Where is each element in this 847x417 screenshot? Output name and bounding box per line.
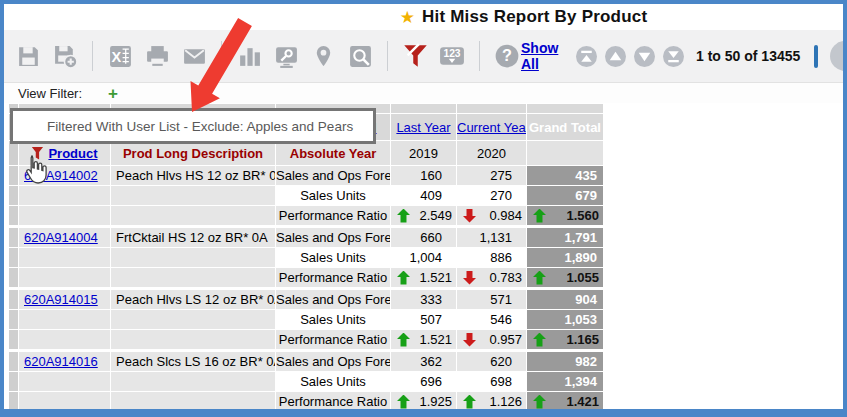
- ratio-grand-total: 1.165: [566, 332, 599, 347]
- nav-next-button[interactable]: [634, 46, 655, 67]
- metric-label: Sales Units: [276, 372, 391, 392]
- export-excel-icon[interactable]: X: [106, 42, 134, 70]
- grand-total-header: Grand Total: [527, 114, 604, 141]
- ratio-grand-total: 1.560: [566, 208, 599, 223]
- value-2019: 507: [391, 310, 457, 330]
- filter-funnel-icon[interactable]: [31, 147, 43, 160]
- metric-label: Sales and Ops Forecast: [276, 228, 391, 248]
- metric-label: Sales Units: [276, 248, 391, 268]
- number-format-icon[interactable]: 123: [438, 42, 466, 70]
- absolute-year-header: Absolute Year: [276, 141, 391, 166]
- grand-total-cell: 904: [527, 290, 604, 310]
- toolbar-separator: [92, 41, 93, 71]
- favorite-star-icon[interactable]: ★: [400, 9, 415, 26]
- value-2019: 696: [391, 372, 457, 392]
- metric-label: Sales Units: [276, 186, 391, 206]
- metric-label: Sales and Ops Forecast: [276, 290, 391, 310]
- table-row-forecast: 620A914016 Peach Slcs LS 16 oz BR* 0A Sa…: [9, 352, 604, 372]
- ratio-2020: 0.783: [489, 270, 522, 285]
- toolbar: X 1: [4, 30, 843, 83]
- trend-arrow-icon: [463, 271, 476, 285]
- toolbar-separator: [221, 41, 222, 71]
- ratio-2020: 0.984: [489, 208, 522, 223]
- clipped-nav-button[interactable]: [830, 41, 847, 71]
- help-icon[interactable]: ?: [493, 42, 521, 70]
- page-title: Hit Miss Report By Product: [422, 7, 647, 27]
- grand-total-cell: 435: [527, 166, 604, 186]
- grand-total-cell: 1,053: [527, 310, 604, 330]
- value-2020: 1,131: [457, 228, 527, 248]
- trend-arrow-icon: [397, 395, 410, 409]
- product-description: Peach Hlvs LS 12 oz BR* 0A: [111, 290, 276, 310]
- pane-splitter[interactable]: [814, 45, 817, 68]
- metric-label: Sales Units: [276, 310, 391, 330]
- year-2020-header: 2020: [457, 141, 527, 166]
- table-row-forecast: 620A914002 Peach Hlvs HS 12 oz BR* 0A Sa…: [9, 166, 604, 186]
- title-bar: ★ Hit Miss Report By Product: [4, 4, 843, 30]
- last-year-header-link[interactable]: Last Year: [396, 120, 450, 135]
- product-link[interactable]: 620A914004: [24, 230, 98, 245]
- svg-text:?: ?: [502, 46, 512, 64]
- product-link[interactable]: 620A914002: [24, 168, 98, 183]
- trend-arrow-icon: [463, 395, 476, 409]
- ratio-2020: 0.957: [489, 332, 522, 347]
- ratio-2019: 1.521: [419, 332, 452, 347]
- trend-arrow-icon: [533, 395, 546, 409]
- product-link[interactable]: 620A914016: [24, 354, 98, 369]
- year-2019-header: 2019: [391, 141, 457, 166]
- add-filter-icon[interactable]: +: [108, 85, 118, 102]
- bar-chart-icon[interactable]: [235, 42, 263, 70]
- filter-icon[interactable]: [401, 42, 429, 70]
- table-row-forecast: 620A914004 FrtCktail HS 12 oz BR* 0A Sal…: [9, 228, 604, 248]
- show-all-link[interactable]: Show All: [521, 40, 560, 72]
- screen-settings-icon[interactable]: [272, 42, 300, 70]
- trend-arrow-icon: [397, 333, 410, 347]
- filter-tooltip: Filtered With User List - Exclude: Apple…: [10, 108, 376, 144]
- current-year-header-link[interactable]: Current Year: [457, 120, 527, 135]
- table-row-performance-ratio: Performance Ratio 1.925 1.126 1.421: [9, 392, 604, 412]
- product-header-link[interactable]: Product: [48, 146, 97, 161]
- trend-arrow-icon: [533, 333, 546, 347]
- print-icon[interactable]: [143, 42, 171, 70]
- metric-label: Performance Ratio: [276, 330, 391, 350]
- product-link[interactable]: 620A914015: [24, 292, 98, 307]
- product-description: Peach Slcs LS 16 oz BR* 0A: [111, 352, 276, 372]
- grand-total-cell: 679: [527, 186, 604, 206]
- value-2019: 1,004: [391, 248, 457, 268]
- product-description: FrtCktail HS 12 oz BR* 0A: [111, 228, 276, 248]
- save-icon[interactable]: [14, 42, 42, 70]
- preview-search-icon[interactable]: [346, 42, 374, 70]
- svg-text:X: X: [111, 48, 121, 64]
- toolbar-separator: [387, 41, 388, 71]
- table-row-forecast: 620A914015 Peach Hlvs LS 12 oz BR* 0A Sa…: [9, 290, 604, 310]
- nav-first-button[interactable]: [576, 46, 597, 67]
- trend-arrow-icon: [397, 271, 410, 285]
- ratio-grand-total: 1.421: [566, 394, 599, 409]
- value-2020: 270: [457, 186, 527, 206]
- metric-label: Sales and Ops Forecast: [276, 166, 391, 186]
- ratio-2019: 1.925: [419, 394, 452, 409]
- metric-label: Performance Ratio: [276, 206, 391, 226]
- filter-tooltip-text: Filtered With User List - Exclude: Apple…: [47, 119, 353, 134]
- value-2019: 362: [391, 352, 457, 372]
- table-row-sales-units: Sales Units 507 546 1,053: [9, 310, 604, 330]
- grand-total-cell: 1,890: [527, 248, 604, 268]
- view-filter-bar: View Filter: +: [4, 83, 843, 103]
- description-header: Prod Long Description: [111, 141, 276, 166]
- nav-last-button[interactable]: [663, 46, 684, 67]
- grand-total-cell: 1,394: [527, 372, 604, 392]
- value-2020: 571: [457, 290, 527, 310]
- email-icon[interactable]: [180, 42, 208, 70]
- ratio-grand-total: 1.055: [566, 270, 599, 285]
- value-2019: 660: [391, 228, 457, 248]
- value-2019: 160: [391, 166, 457, 186]
- ratio-2019: 1.521: [419, 270, 452, 285]
- value-2020: 698: [457, 372, 527, 392]
- report-window: ★ Hit Miss Report By Product X: [0, 0, 847, 417]
- nav-previous-button[interactable]: [605, 46, 626, 67]
- map-pin-icon[interactable]: [309, 42, 337, 70]
- save-as-icon[interactable]: [51, 42, 79, 70]
- value-2020: 886: [457, 248, 527, 268]
- trend-arrow-icon: [533, 209, 546, 223]
- value-2019: 409: [391, 186, 457, 206]
